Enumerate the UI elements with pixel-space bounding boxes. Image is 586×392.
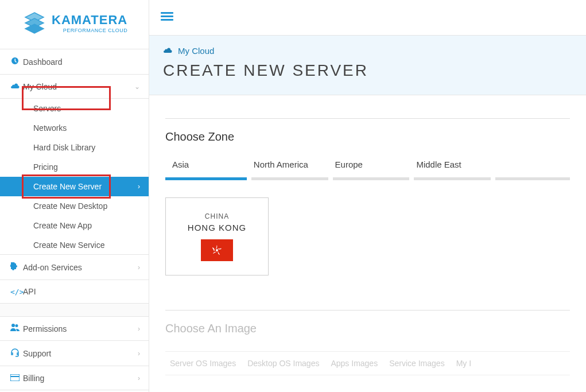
sidebar-sublabel: Hard Disk Library	[33, 143, 95, 152]
sidebar-subitem-servers[interactable]: Servers	[0, 99, 149, 118]
logo-icon	[23, 11, 46, 34]
sidebar-label: Permissions	[23, 324, 67, 333]
sidebar-label: Dashboard	[23, 57, 63, 67]
brand-name: KAMATERA	[52, 13, 127, 28]
chevron-right-icon: ›	[138, 183, 140, 191]
users-icon	[10, 324, 23, 333]
section-title-image: Choose An Image	[165, 322, 570, 335]
svg-rect-4	[10, 376, 20, 377]
zone-tab-asia[interactable]: Asia	[165, 160, 247, 180]
zone-card-hong-kong[interactable]: CHINA HONG KONG	[165, 197, 269, 275]
image-tab-desktop-os[interactable]: Desktop OS Images	[247, 359, 319, 368]
sidebar-item-api[interactable]: </> API	[0, 280, 149, 304]
zone-tab-europe[interactable]: Europe	[333, 160, 410, 180]
sidebar-item-addon-services[interactable]: Add-on Services ›	[0, 254, 149, 280]
menu-toggle-button[interactable]	[161, 10, 173, 22]
logo[interactable]: KAMATERA PERFORMANCE CLOUD	[0, 0, 149, 49]
sidebar-label: Support	[23, 349, 51, 358]
svg-point-5	[216, 249, 218, 251]
sidebar-subitem-networks[interactable]: Networks	[0, 118, 149, 138]
cloud-icon	[10, 81, 23, 91]
sidebar-sublabel: Servers	[33, 104, 61, 113]
sidebar-subitem-hard-disk-library[interactable]: Hard Disk Library	[0, 138, 149, 157]
headset-icon	[10, 348, 23, 359]
chevron-right-icon: ›	[138, 374, 140, 382]
sidebar-sublabel: Create New Service	[33, 240, 105, 250]
cloud-icon	[163, 46, 172, 56]
breadcrumb[interactable]: My Cloud	[163, 46, 572, 56]
page-title: CREATE NEW SERVER	[163, 61, 572, 80]
image-tab-server-os[interactable]: Server OS Images	[170, 359, 236, 368]
sidebar-item-my-cloud[interactable]: My Cloud ⌄	[0, 74, 149, 99]
image-tab-bar: Server OS Images Desktop OS Images Apps …	[165, 351, 570, 375]
flag-hk-icon	[201, 239, 233, 261]
chevron-right-icon: ›	[138, 350, 140, 358]
card-icon	[10, 373, 23, 383]
sidebar-sublabel: Networks	[33, 123, 67, 133]
sidebar-item-permissions[interactable]: Permissions ›	[0, 316, 149, 341]
sidebar-label: API	[23, 287, 36, 296]
image-tab-my[interactable]: My I	[456, 359, 471, 368]
sidebar-label: My Cloud	[23, 82, 57, 91]
zone-tab-north-america[interactable]: North America	[251, 160, 328, 180]
sidebar-sublabel: Create New App	[33, 221, 92, 230]
chevron-down-icon: ⌄	[134, 83, 140, 91]
breadcrumb-label: My Cloud	[178, 46, 214, 56]
sidebar-item-support[interactable]: Support ›	[0, 340, 149, 366]
brand-tagline: PERFORMANCE CLOUD	[52, 28, 127, 33]
image-tab-apps[interactable]: Apps Images	[331, 359, 378, 368]
zone-tab-extra[interactable]	[495, 160, 570, 180]
sidebar-subitem-create-new-server[interactable]: Create New Server ›	[0, 177, 149, 196]
chevron-right-icon: ›	[138, 325, 140, 333]
image-tab-service[interactable]: Service Images	[389, 359, 444, 368]
sidebar-item-billing[interactable]: Billing ›	[0, 366, 149, 390]
sidebar-subitem-create-new-desktop[interactable]: Create New Desktop	[0, 196, 149, 216]
section-title-zone: Choose Zone	[165, 130, 570, 143]
sidebar-sublabel: Create New Server	[33, 182, 102, 191]
zone-tab-middle-east[interactable]: Middle East	[414, 160, 491, 180]
svg-marker-2	[25, 24, 44, 33]
dashboard-icon	[10, 56, 23, 67]
sidebar-label: Add-on Services	[23, 263, 82, 272]
sidebar-subitem-create-new-app[interactable]: Create New App	[0, 216, 149, 235]
zone-city: HONG KONG	[188, 223, 246, 232]
zone-country: CHINA	[205, 212, 229, 220]
sidebar-item-dashboard[interactable]: Dashboard	[0, 49, 149, 75]
chevron-right-icon: ›	[138, 263, 140, 271]
sidebar-subitem-pricing[interactable]: Pricing	[0, 157, 149, 177]
zone-tab-bar: Asia North America Europe Middle East	[165, 160, 570, 180]
puzzle-icon	[10, 262, 23, 273]
code-icon: </>	[10, 288, 23, 296]
sidebar-sublabel: Pricing	[33, 162, 58, 172]
sidebar-subitem-create-new-service[interactable]: Create New Service	[0, 235, 149, 255]
sidebar-sublabel: Create New Desktop	[33, 201, 107, 211]
sidebar-label: Billing	[23, 374, 44, 383]
svg-rect-3	[10, 374, 20, 381]
